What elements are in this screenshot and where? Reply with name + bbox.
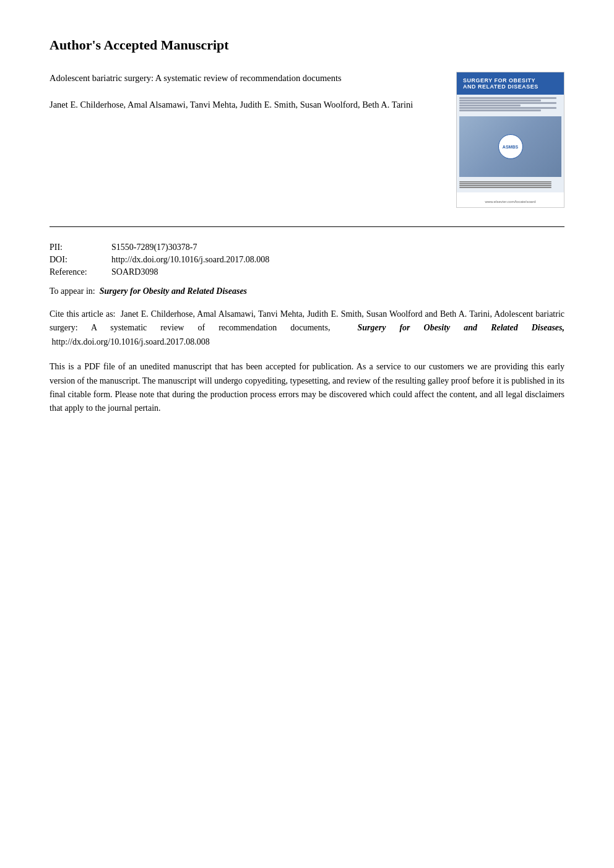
- page-header: Author's Accepted Manuscript Adolescent …: [50, 37, 564, 208]
- journal-cover-footer: www.elsevier.com/locate/soard: [457, 192, 564, 207]
- cite-doi: http://dx.doi.org/10.1016/j.soard.2017.0…: [52, 337, 210, 346]
- journal-cover-header: SURGERY FOR OBESITY AND RELATED DISEASES: [457, 72, 564, 95]
- asmbs-logo: ASMBS: [498, 134, 523, 159]
- metadata-table: PII: S1550-7289(17)30378-7 DOI: http://d…: [50, 243, 564, 277]
- cover-image-area: ASMBS: [459, 116, 561, 177]
- cover-text-line: [459, 100, 541, 101]
- doi-value: http://dx.doi.org/10.1016/j.soard.2017.0…: [111, 255, 564, 265]
- cover-bottom-line: [459, 183, 551, 184]
- doi-label: DOI:: [50, 255, 111, 265]
- journal-footer-url: www.elsevier.com/locate/soard: [485, 200, 535, 204]
- appear-in: To appear in: Surgery for Obesity and Re…: [50, 286, 564, 296]
- cover-bottom-line: [459, 185, 551, 186]
- page-title: Author's Accepted Manuscript: [50, 37, 564, 53]
- journal-title-line2: AND RELATED DISEASES: [463, 84, 558, 90]
- cover-text-line: [459, 110, 541, 111]
- cover-text-line: [459, 107, 556, 109]
- cover-text-line: [459, 97, 556, 99]
- cover-text-lines: [459, 97, 561, 111]
- disclaimer-section: This is a PDF file of an unedited manusc…: [50, 360, 564, 416]
- reference-value: SOARD3098: [111, 267, 564, 277]
- appear-in-journal: Surgery for Obesity and Related Diseases: [100, 286, 247, 296]
- cover-text-line: [459, 102, 556, 104]
- cover-text-line: [459, 105, 521, 106]
- cover-bottom-text: [459, 179, 561, 190]
- manuscript-page: Author's Accepted Manuscript Adolescent …: [0, 0, 614, 868]
- cite-prefix: Cite this article as:: [50, 309, 115, 319]
- cover-bottom-line: [459, 181, 551, 183]
- cite-journal: Surgery for Obesity and Related Diseases…: [357, 323, 564, 332]
- article-title: Adolescent bariatric surgery: A systemat…: [50, 72, 438, 85]
- journal-title-line1: SURGERY FOR OBESITY: [463, 77, 558, 84]
- left-content: Adolescent bariatric surgery: A systemat…: [50, 72, 438, 112]
- cover-bottom-line: [459, 187, 551, 188]
- pii-label: PII:: [50, 243, 111, 252]
- appear-in-prefix: To appear in:: [50, 286, 95, 296]
- divider: [50, 226, 564, 227]
- journal-cover-body: ASMBS: [457, 95, 564, 192]
- cite-section: Cite this article as: Janet E. Childerho…: [50, 307, 564, 349]
- reference-label: Reference:: [50, 267, 111, 277]
- authors: Janet E. Childerhose, Amal Alsamawi, Tan…: [50, 98, 438, 112]
- metadata-section: PII: S1550-7289(17)30378-7 DOI: http://d…: [50, 243, 564, 416]
- header-content: Adolescent bariatric surgery: A systemat…: [50, 72, 564, 208]
- journal-cover: SURGERY FOR OBESITY AND RELATED DISEASES: [456, 72, 564, 208]
- pii-value: S1550-7289(17)30378-7: [111, 243, 564, 252]
